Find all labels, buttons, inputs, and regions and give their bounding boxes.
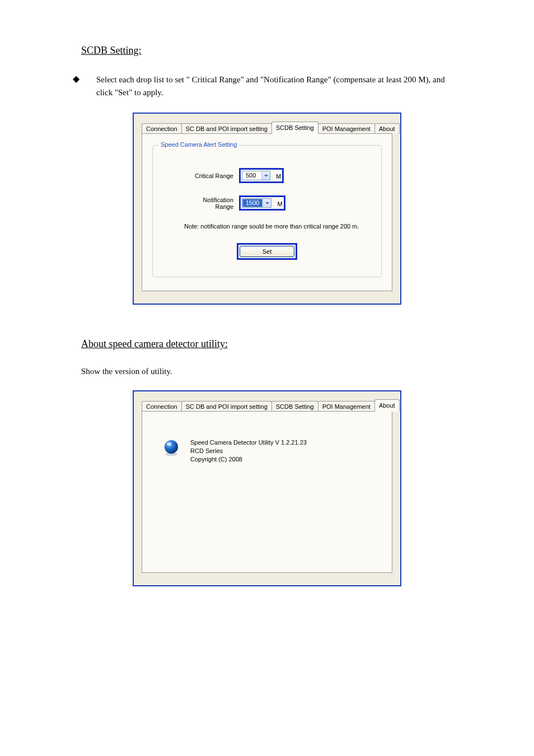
- about-line-version: Speed Camera Detector Utility V 1.2.21.2…: [190, 438, 307, 447]
- scdb-setting-panel: Speed Camera Alert Setting Critical Rang…: [142, 133, 392, 291]
- tab-bar: Connection SC DB and POI import setting …: [142, 122, 392, 134]
- notification-range-unit: M: [277, 199, 282, 207]
- tab-poi-management[interactable]: POI Management: [318, 401, 375, 412]
- svg-point-2: [167, 442, 171, 446]
- bullet-text: Select each drop list to set " Critical …: [96, 73, 461, 99]
- tab-import-setting[interactable]: SC DB and POI import setting: [181, 401, 272, 412]
- chevron-down-icon: [263, 199, 271, 207]
- tab-connection[interactable]: Connection: [142, 401, 182, 412]
- app-icon: [162, 438, 180, 456]
- chevron-down-icon: [261, 171, 270, 180]
- tab-about[interactable]: About: [374, 123, 400, 134]
- svg-point-1: [165, 440, 178, 454]
- critical-range-unit: M: [276, 172, 281, 180]
- about-line-series: RCD Series: [190, 447, 307, 455]
- notification-range-select[interactable]: 1500: [242, 198, 271, 208]
- screenshot-about: Connection SC DB and POI import setting …: [133, 390, 401, 586]
- critical-range-select[interactable]: 500: [242, 171, 270, 180]
- screenshot-scdb-setting: Connection SC DB and POI import setting …: [133, 113, 401, 305]
- tab-connection[interactable]: Connection: [142, 123, 182, 134]
- highlight-critical-range: 500 M: [239, 168, 284, 183]
- highlight-notification-range: 1500 M: [239, 195, 285, 211]
- critical-range-label: Critical Range: [184, 172, 239, 179]
- tab-poi-management[interactable]: POI Management: [318, 123, 375, 134]
- highlight-set-button: Set: [237, 243, 297, 260]
- range-note: Note: notification range sould be more t…: [184, 223, 367, 230]
- tab-bar-about: Connection SC DB and POI import setting …: [142, 399, 392, 412]
- about-line-copyright: Copyright (C) 2008: [190, 455, 307, 464]
- speed-camera-alert-fieldset: Speed Camera Alert Setting Critical Rang…: [152, 145, 382, 277]
- tab-scdb-setting[interactable]: SCDB Setting: [271, 122, 318, 134]
- critical-range-value: 500: [242, 171, 261, 180]
- tab-import-setting[interactable]: SC DB and POI import setting: [181, 123, 272, 134]
- notification-range-value: 1500: [242, 199, 263, 207]
- notification-range-row: Notification Range 1500 M: [184, 195, 367, 211]
- about-panel: Speed Camera Detector Utility V 1.2.21.2…: [142, 411, 392, 573]
- set-button[interactable]: Set: [240, 246, 294, 257]
- about-sentence: Show the version of utility.: [81, 367, 461, 376]
- bullet-scdb: ◆ Select each drop list to set " Critica…: [73, 73, 461, 99]
- tab-about[interactable]: About: [374, 399, 400, 412]
- section-title-about: About speed camera detector utility:: [81, 338, 461, 350]
- about-text-block: Speed Camera Detector Utility V 1.2.21.2…: [190, 438, 307, 464]
- diamond-bullet-icon: ◆: [73, 73, 79, 84]
- notification-range-label: Notification Range: [184, 197, 239, 210]
- tab-scdb-setting[interactable]: SCDB Setting: [271, 401, 318, 412]
- section-title-scdb: SCDB Setting:: [81, 45, 461, 57]
- fieldset-legend: Speed Camera Alert Setting: [158, 141, 239, 148]
- critical-range-row: Critical Range 500 M: [184, 168, 367, 183]
